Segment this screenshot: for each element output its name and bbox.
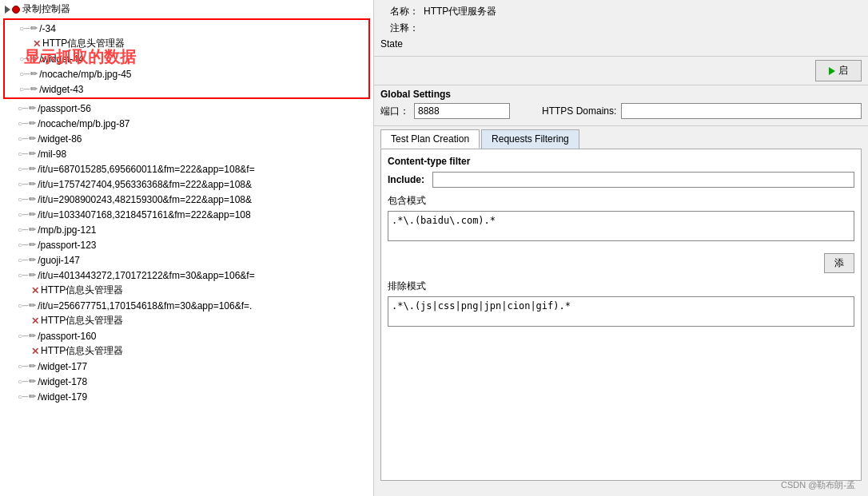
connector-icon: ○─ [18, 134, 28, 143]
tree-item[interactable]: ○─✏/widget-43 [5, 81, 368, 97]
connector-icon: ○─ [18, 331, 28, 340]
port-label: 端口： [380, 105, 409, 118]
tab-requests-filtering[interactable]: Requests Filtering [481, 129, 579, 149]
include-input[interactable] [432, 172, 854, 188]
tree-item[interactable]: ○─✏/-34 [5, 21, 368, 36]
run-button-label: 启 [838, 64, 848, 77]
tree-item[interactable]: ○─✏/it/u=256677751,170154618&fm=30&app=1… [0, 298, 373, 313]
tree-item-label: /it/u=1033407168,3218457161&fm=222&app=1… [38, 209, 251, 220]
connector-icon: ○─ [18, 195, 28, 204]
tree-item[interactable]: ○─✏/it/u=687015285,695660011&fm=222&app=… [0, 161, 373, 177]
connector-icon: ○─ [18, 256, 28, 264]
tree-item-label: /widget-179 [38, 391, 87, 403]
connector-icon: ○─ [18, 392, 28, 401]
tree-item[interactable]: ○─✏/passport-160 [0, 328, 373, 343]
tree-item[interactable]: ○─✏/widget-44 [5, 51, 368, 66]
tree-item[interactable]: ✕HTTP信息头管理器 [0, 283, 373, 298]
comment-label: 注释： [380, 22, 419, 35]
tree-item[interactable]: ○─✏/it/u=1033407168,3218457161&fm=222&ap… [0, 207, 373, 222]
connector-icon: ○─ [18, 165, 28, 173]
exclude-mode-textarea[interactable] [388, 296, 854, 327]
tree-item[interactable]: ○─✏/nocache/mp/b.jpg-87 [0, 116, 373, 131]
run-button[interactable]: 启 [815, 60, 862, 81]
pencil-icon: ✏ [29, 133, 36, 144]
right-top: 名称： HTTP代理服务器 注释： State [374, 0, 868, 57]
global-settings-title: Global Settings [380, 89, 862, 100]
pencil-icon: ✏ [29, 118, 36, 129]
pencil-icon: ✏ [30, 54, 38, 64]
tree-item[interactable]: ○─✏/widget-178 [0, 374, 373, 389]
pencil-icon: ✏ [29, 376, 36, 387]
tree-item-label: /widget-177 [38, 361, 87, 372]
connector-icon: ○─ [18, 210, 28, 219]
tree-item[interactable]: ○─✏/widget-86 [0, 131, 373, 146]
https-input[interactable] [621, 103, 862, 119]
exclude-section: 排除模式 [388, 280, 854, 329]
tree-item[interactable]: ○─✏/nocache/mp/b.jpg-45 [5, 66, 368, 81]
watermark: CSDN @勒布朗-孟 [374, 478, 862, 493]
connector-icon: ○─ [18, 301, 28, 310]
exclude-mode-title: 排除模式 [388, 280, 854, 293]
tree-item[interactable]: ✕HTTP信息头管理器 [5, 36, 368, 51]
tree-item-label: 录制控制器 [22, 2, 70, 16]
main-container: 显示抓取的数据 录制控制器○─✏/-34 ✕HTTP信息头管理器○─✏/widg… [0, 0, 868, 496]
tree-container[interactable]: 显示抓取的数据 录制控制器○─✏/-34 ✕HTTP信息头管理器○─✏/widg… [0, 0, 373, 496]
tree-item-label: /guoji-147 [38, 255, 80, 266]
tree-item-label: /widget-44 [39, 54, 83, 65]
connector-icon: ○─ [18, 225, 28, 234]
tree-item[interactable]: ✕HTTP信息头管理器 [0, 313, 373, 328]
tree-item[interactable]: ○─✏/widget-177 [0, 359, 373, 374]
tree-item[interactable]: ○─✏/it/u=2908900243,482159300&fm=222&app… [0, 192, 373, 207]
pencil-icon: ✏ [29, 179, 36, 189]
connector-icon: ○─ [18, 119, 28, 128]
pencil-icon: ✏ [29, 209, 36, 220]
pencil-icon: ✏ [29, 361, 36, 371]
pencil-icon: ✏ [29, 270, 36, 280]
right-panel: 名称： HTTP代理服务器 注释： State 启 Global Setting… [374, 0, 868, 496]
tree-item-label: /-34 [39, 23, 56, 34]
tree-item[interactable]: ○─✏/it/u=4013443272,170172122&fm=30&app=… [0, 268, 373, 283]
pencil-icon: ✏ [29, 300, 36, 311]
tree-item-label: HTTP信息头管理器 [41, 344, 123, 358]
add-include-button[interactable]: 添 [824, 253, 854, 273]
left-panel: 显示抓取的数据 录制控制器○─✏/-34 ✕HTTP信息头管理器○─✏/widg… [0, 0, 374, 496]
comment-row: 注释： [380, 22, 862, 35]
tabs-bar: Test Plan Creation Requests Filtering [374, 125, 868, 149]
tree-item-label: /nocache/mp/b.jpg-45 [39, 69, 131, 80]
tab-test-plan[interactable]: Test Plan Creation [380, 129, 480, 149]
tree-item[interactable]: ○─✏/mp/b.jpg-121 [0, 222, 373, 237]
tree-item-label: /nocache/mp/b.jpg-87 [38, 118, 129, 129]
global-settings: Global Settings 端口： HTTPS Domains: [374, 85, 868, 125]
pencil-icon: ✏ [29, 103, 36, 113]
tree-item-label: /it/u=256677751,170154618&fm=30&app=106&… [38, 300, 252, 311]
include-mode-textarea[interactable] [388, 211, 854, 241]
connector-icon: ○─ [18, 240, 28, 249]
tree-item[interactable]: ○─✏/mil-98 [0, 146, 373, 161]
connector-icon: ○─ [19, 69, 30, 78]
tree-item[interactable]: ○─✏/passport-56 [0, 101, 373, 116]
include-mode-title: 包含模式 [388, 194, 854, 208]
tree-item-label: HTTP信息头管理器 [41, 314, 123, 327]
tree-item-label: /passport-56 [38, 103, 91, 114]
recorder-icon [12, 6, 20, 14]
tree-item[interactable]: ○─✏/widget-179 [0, 389, 373, 404]
tree-item-label: /it/u=4013443272,170172122&fm=30&app=106… [38, 270, 255, 281]
tree-item[interactable]: ✕HTTP信息头管理器 [0, 343, 373, 359]
tree-item[interactable]: ○─✏/it/u=1757427404,956336368&fm=222&app… [0, 177, 373, 192]
tree-item-label: /widget-86 [38, 133, 82, 145]
pencil-icon: ✏ [29, 149, 36, 159]
connector-icon: ○─ [18, 271, 28, 280]
tree-item[interactable]: 录制控制器 [0, 2, 373, 17]
state-row: State [380, 38, 862, 50]
pencil-icon: ✏ [29, 240, 36, 250]
pencil-icon: ✏ [29, 255, 36, 265]
pencil-icon: ✏ [29, 194, 36, 204]
play-icon [829, 67, 835, 75]
connector-icon: ○─ [19, 85, 30, 93]
tree-item[interactable]: ○─✏/guoji-147 [0, 252, 373, 268]
tree-item[interactable]: ○─✏/passport-123 [0, 237, 373, 252]
port-input[interactable] [414, 103, 510, 119]
pencil-icon: ✏ [30, 23, 38, 34]
connector-icon: ○─ [18, 377, 28, 386]
connector-icon: ○─ [19, 54, 30, 63]
